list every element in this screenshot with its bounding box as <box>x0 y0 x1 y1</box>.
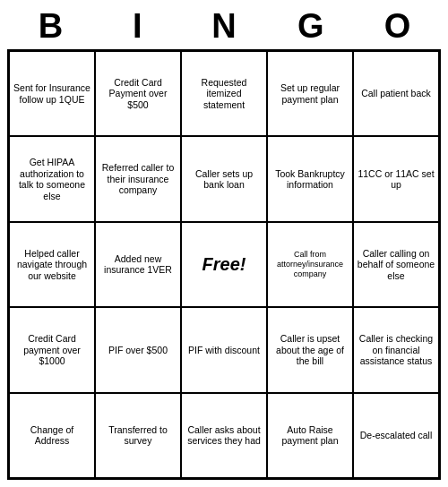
bingo-cell-o5[interactable]: De-escalated call <box>353 393 439 478</box>
bingo-cell-g4[interactable]: Caller is upset about the age of the bil… <box>267 307 353 392</box>
letter-b: B <box>11 7 90 46</box>
bingo-cell-b3[interactable]: Helped caller navigate through our websi… <box>9 222 95 307</box>
bingo-cell-g3[interactable]: Call from attorney/insurance company <box>267 222 353 307</box>
bingo-cell-b4[interactable]: Credit Card payment over $1000 <box>9 307 95 392</box>
bingo-cell-i2[interactable]: Referred caller to their insurance compa… <box>95 136 181 221</box>
bingo-cell-g2[interactable]: Took Bankruptcy information <box>267 136 353 221</box>
bingo-cell-i3[interactable]: Added new insurance 1VER <box>95 222 181 307</box>
letter-o: O <box>358 7 437 46</box>
bingo-cell-b2[interactable]: Get HIPAA authorization to talk to someo… <box>9 136 95 221</box>
bingo-cell-i5[interactable]: Transferred to survey <box>95 393 181 478</box>
bingo-cell-b1[interactable]: Sent for Insurance follow up 1QUE <box>9 51 95 136</box>
bingo-cell-o1[interactable]: Call patient back <box>353 51 439 136</box>
bingo-cell-n5[interactable]: Caller asks about services they had <box>181 393 267 478</box>
letter-n: N <box>185 7 263 46</box>
bingo-cell-n2[interactable]: Caller sets up bank loan <box>181 136 267 221</box>
bingo-grid: Sent for Insurance follow up 1QUECredit … <box>7 49 441 480</box>
bingo-cell-g1[interactable]: Set up regular payment plan <box>267 51 353 136</box>
letter-i: I <box>98 7 177 46</box>
bingo-cell-o4[interactable]: Caller is checking on financial assistan… <box>353 307 439 392</box>
bingo-cell-i1[interactable]: Credit Card Payment over $500 <box>95 51 181 136</box>
bingo-cell-i4[interactable]: PIF over $500 <box>95 307 181 392</box>
bingo-cell-g5[interactable]: Auto Raise payment plan <box>267 393 353 478</box>
bingo-cell-b5[interactable]: Change of Address <box>9 393 95 478</box>
letter-g: G <box>271 7 350 46</box>
bingo-cell-o2[interactable]: 11CC or 11AC set up <box>353 136 439 221</box>
bingo-cell-o3[interactable]: Caller calling on behalf of someone else <box>353 222 439 307</box>
bingo-cell-n4[interactable]: PIF with discount <box>181 307 267 392</box>
bingo-title: B I N G O <box>7 7 441 46</box>
bingo-cell-n3[interactable]: Free! <box>181 222 267 307</box>
bingo-cell-n1[interactable]: Requested itemized statement <box>181 51 267 136</box>
